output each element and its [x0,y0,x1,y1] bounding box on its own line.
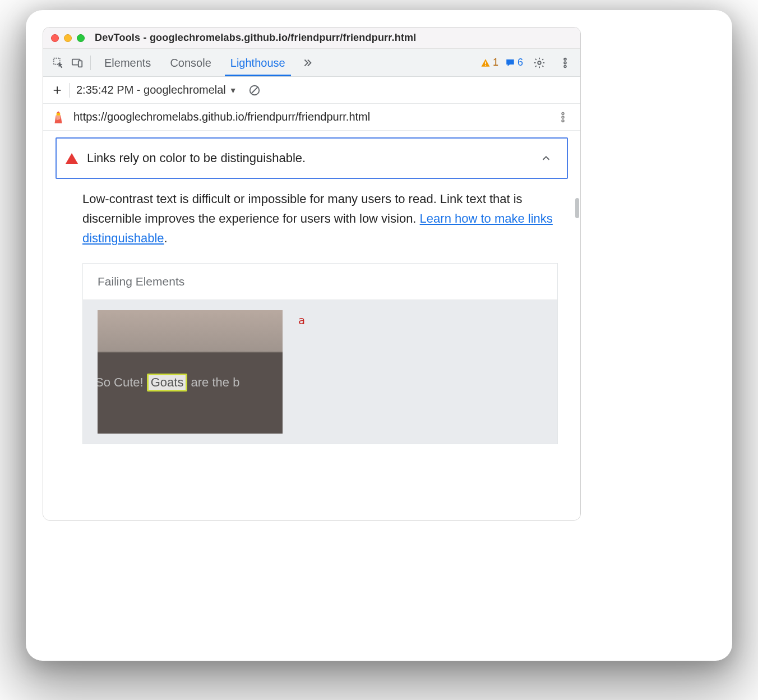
warnings-counter[interactable]: 1 [480,57,498,68]
svg-rect-2 [78,61,82,67]
report-more-icon[interactable] [553,108,572,127]
traffic-lights [51,34,85,42]
lighthouse-icon [51,110,66,125]
lighthouse-report-bar: + 2:35:42 PM - googlechromelal ▼ [43,77,580,104]
snippet-highlight: Goats [147,374,188,392]
report-label: 2:35:42 PM - googlechromelal [76,84,226,96]
svg-point-14 [562,119,564,122]
inspect-element-icon[interactable] [49,53,68,72]
devtools-tabsbar: Elements Console Lighthouse 1 6 [43,49,580,77]
svg-point-8 [564,65,566,67]
report-url: https://googlechromelabs.github.io/frien… [73,110,553,123]
scrollbar-thumb[interactable] [575,198,579,218]
issues-counter[interactable]: 6 [505,57,523,68]
maximize-window-button[interactable] [77,34,85,42]
issues-count: 6 [517,57,523,68]
warnings-count: 1 [493,57,498,68]
clear-report-icon[interactable] [245,81,264,100]
divider [69,83,70,98]
tab-lighthouse[interactable]: Lighthouse [228,50,288,75]
svg-point-13 [562,116,564,118]
svg-point-6 [564,58,566,60]
fail-triangle-icon [66,153,78,164]
tab-console[interactable]: Console [168,50,213,75]
element-tag[interactable]: a [298,310,305,327]
lighthouse-url-bar: https://googlechromelabs.github.io/frien… [43,104,580,131]
audit-header[interactable]: Links rely on color to be distinguishabl… [56,137,568,179]
snippet-post: are the b [187,375,239,389]
titlebar: DevTools - googlechromelabs.github.io/fr… [43,27,580,49]
audit-description: Low-contrast text is difficult or imposs… [82,189,558,248]
more-options-icon[interactable] [556,53,575,72]
devtools-window: DevTools - googlechromelabs.github.io/fr… [43,27,581,521]
svg-rect-4 [485,65,486,66]
element-screenshot[interactable]: So Cute! Goats are the b [98,310,283,434]
report-selector[interactable]: 2:35:42 PM - googlechromelal ▼ [76,84,237,96]
snippet-pre: So Cute! [98,375,147,389]
svg-point-7 [564,62,566,64]
tab-elements[interactable]: Elements [102,50,153,75]
svg-rect-11 [57,113,61,115]
divider [90,56,91,70]
settings-icon[interactable] [530,53,549,72]
failing-elements-table: Failing Elements So Cute! Goats are the … [82,263,558,444]
minimize-window-button[interactable] [64,34,72,42]
lighthouse-report-content: Links rely on color to be distinguishabl… [43,131,580,520]
audit-title: Links rely on color to be distinguishabl… [87,151,528,165]
close-window-button[interactable] [51,34,59,42]
failing-elements-header: Failing Elements [83,264,557,300]
svg-line-10 [251,87,257,93]
audit-desc-post: . [164,231,168,245]
new-report-button[interactable]: + [49,81,66,99]
svg-point-12 [562,112,564,114]
failing-elements-row: So Cute! Goats are the b a [83,300,557,444]
more-tabs-icon[interactable] [298,53,317,72]
window-title: DevTools - googlechromelabs.github.io/fr… [95,32,417,44]
svg-point-5 [538,61,541,65]
device-toolbar-icon[interactable] [68,53,87,72]
collapse-chevron-icon[interactable] [537,149,556,168]
svg-rect-3 [485,61,486,64]
message-icon [505,58,515,68]
warning-icon [480,58,491,68]
dropdown-caret-icon: ▼ [229,86,237,95]
